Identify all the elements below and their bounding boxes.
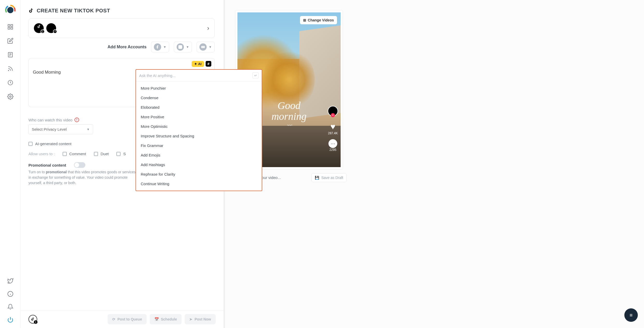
ai-option[interactable]: Improve Structure and Spacing: [136, 131, 262, 141]
alert-icon: !: [74, 118, 79, 122]
youtube-icon: [199, 43, 207, 51]
save-draft-button[interactable]: 💾Save as Draft: [311, 173, 347, 182]
ai-generated-checkbox[interactable]: [28, 142, 33, 146]
privacy-select[interactable]: Select Privacy Level ▼: [28, 124, 93, 134]
follow-plus-icon: +: [331, 113, 335, 117]
ai-option[interactable]: Eloborated: [136, 103, 262, 112]
svg-point-17: [180, 46, 181, 48]
ai-submit-button[interactable]: ↵: [252, 72, 259, 79]
account-selector[interactable]: 1 ›: [28, 18, 215, 38]
duet-checkbox[interactable]: [94, 152, 98, 156]
ai-button[interactable]: ✦AI: [192, 61, 204, 67]
queue-icon: ⟳: [112, 317, 115, 321]
svg-point-0: [7, 7, 13, 13]
ai-options-list: More Punchier Condense Eloborated More P…: [136, 81, 262, 191]
allow-stitch-label: S: [123, 152, 126, 156]
chevron-down-icon: ▼: [209, 45, 212, 49]
dashboard-icon[interactable]: [7, 24, 13, 30]
chevron-right-icon: ›: [207, 25, 209, 32]
preview-panel: ⊞Change Videos Goodmorning〰 + ♥287.4K ⋯2…: [225, 0, 644, 328]
save-icon: 💾: [315, 176, 319, 180]
svg-rect-3: [8, 27, 10, 29]
comment-checkbox[interactable]: [63, 152, 67, 156]
calendar-icon: 📅: [154, 317, 159, 321]
floating-menu-button[interactable]: ≡: [624, 308, 638, 322]
change-videos-button[interactable]: ⊞Change Videos: [300, 16, 337, 24]
send-icon: ➤: [189, 317, 192, 321]
add-accounts-label: Add More Accounts: [108, 45, 147, 49]
privacy-label: Who can watch this video: [28, 118, 72, 122]
document-icon[interactable]: [7, 52, 13, 58]
ai-prompt-input[interactable]: [139, 73, 252, 78]
settings-icon[interactable]: [7, 93, 13, 100]
preview-profile-avatar[interactable]: +: [328, 106, 338, 116]
heart-icon[interactable]: ♥: [328, 122, 338, 131]
refresh-icon[interactable]: [7, 80, 13, 86]
ai-suggestions-popup: ↵ More Punchier Condense Eloborated More…: [136, 69, 262, 191]
svg-rect-2: [11, 25, 13, 26]
instagram-icon: [177, 43, 184, 51]
allow-duet-label: Duet: [101, 152, 109, 156]
ai-option[interactable]: Rephrase for Clarity: [136, 169, 262, 179]
svg-rect-1: [8, 25, 10, 26]
svg-point-11: [10, 96, 11, 97]
comments-count: 2295: [328, 148, 337, 152]
ai-option[interactable]: Add Emojis: [136, 150, 262, 160]
ai-option[interactable]: More Optimistic: [136, 122, 262, 131]
account-count-badge: 1: [41, 29, 45, 34]
rss-icon[interactable]: [7, 66, 13, 72]
chevron-down-icon: ▼: [87, 128, 90, 131]
ai-option[interactable]: More Punchier: [136, 83, 262, 93]
sparkle-icon: ✦: [194, 62, 197, 66]
youtube-dropdown[interactable]: ▼: [197, 42, 215, 52]
account-avatar-2: [46, 23, 56, 33]
facebook-dropdown[interactable]: ▼: [151, 42, 169, 52]
twitter-icon[interactable]: [7, 278, 13, 284]
info-icon[interactable]: [7, 291, 13, 297]
ai-option[interactable]: Condense: [136, 93, 262, 103]
post-now-button[interactable]: ➤Post Now: [185, 314, 216, 324]
power-icon[interactable]: [7, 317, 13, 323]
svg-point-9: [8, 70, 9, 71]
tiktok-icon: [28, 8, 34, 14]
ai-option[interactable]: Continue Writing: [136, 179, 262, 189]
svg-point-18: [181, 46, 182, 46]
app-logo[interactable]: [4, 4, 16, 16]
sidebar-nav: [0, 0, 21, 328]
chevron-down-icon: ▼: [163, 45, 166, 49]
page-title: CREATE NEW TIKTOK POST: [37, 8, 110, 14]
schedule-button[interactable]: 📅Schedule: [150, 314, 182, 324]
promo-description: Turn on to promotional that this video p…: [28, 169, 137, 186]
allow-users-label: Allow users to :: [28, 152, 55, 156]
promo-toggle[interactable]: [74, 162, 85, 168]
svg-rect-4: [11, 27, 13, 29]
instagram-dropdown[interactable]: ▼: [174, 42, 192, 52]
comment-icon[interactable]: ⋯: [328, 139, 337, 148]
post-to-queue-button[interactable]: ⟳Post to Queue: [108, 314, 147, 324]
hashtag-button[interactable]: #: [206, 61, 211, 67]
stitch-checkbox[interactable]: [116, 152, 121, 156]
chevron-down-icon: ▼: [186, 45, 189, 49]
ai-option[interactable]: Fix Grammar: [136, 141, 262, 150]
account-avatar-1: 1: [34, 23, 44, 33]
allow-comment-label: Comment: [69, 152, 86, 156]
footer-account-badge[interactable]: 1: [28, 315, 37, 324]
ai-option[interactable]: Add Hashtags: [136, 160, 262, 169]
ai-generated-label: AI-generated content: [35, 142, 71, 146]
compose-icon[interactable]: [7, 38, 13, 44]
video-icon: ⊞: [303, 18, 306, 22]
footer-bar: 1 ⟳Post to Queue 📅Schedule ➤Post Now: [21, 310, 223, 328]
facebook-icon: [154, 43, 161, 51]
bell-icon[interactable]: [7, 304, 13, 310]
ai-option[interactable]: More Positive: [136, 112, 262, 122]
privacy-select-text: Select Privacy Level: [32, 127, 67, 131]
promo-heading: Promotional content: [28, 163, 66, 167]
likes-count: 287.4K: [328, 131, 338, 135]
